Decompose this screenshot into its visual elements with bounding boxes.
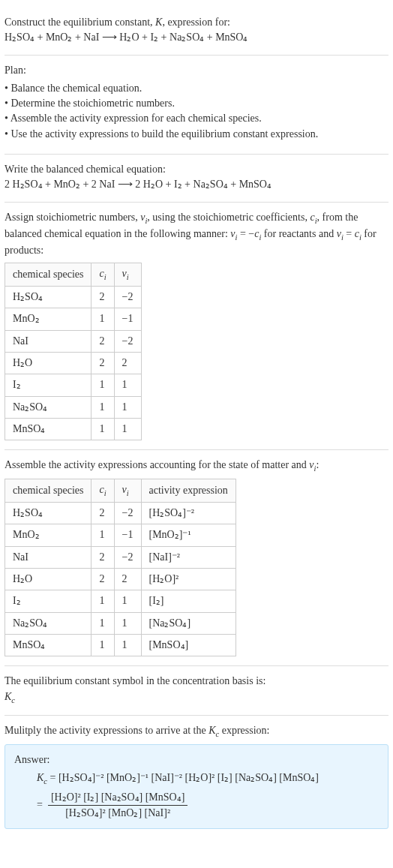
cell: 1 [114, 374, 141, 396]
cell: 2 [92, 569, 114, 590]
cell: −2 [114, 287, 141, 308]
cell: −2 [114, 330, 141, 352]
kc-symbol-section: The equilibrium constant symbol in the c… [4, 666, 388, 715]
cell: 1 [92, 396, 114, 418]
cell: [MnSO₄] [141, 634, 236, 656]
activity-intro: Assemble the activity expressions accoun… [4, 458, 388, 474]
table-row: Na₂SO₄11[Na₂SO₄] [5, 612, 236, 634]
cell: Na₂SO₄ [5, 396, 92, 418]
multiply-intro: Mulitply the activity expressions to arr… [4, 723, 388, 740]
cell: 2 [92, 546, 114, 568]
answer-fraction: [H₂O]² [I₂] [Na₂SO₄] [MnSO₄] [H₂SO₄]² [M… [48, 790, 188, 821]
activity-table: chemical species ci νi activity expressi… [4, 479, 236, 656]
stoich-section: Assign stoichiometric numbers, νi, using… [4, 203, 388, 450]
balanced-section: Write the balanced chemical equation: 2 … [4, 155, 388, 203]
cell: H₂O [5, 352, 92, 374]
cell: 1 [92, 418, 114, 440]
answer-line1-rhs: [H₂SO₄]⁻² [MnO₂]⁻¹ [NaI]⁻² [H₂O]² [I₂] [… [58, 772, 319, 783]
cell: 1 [92, 590, 114, 612]
cell: NaI [5, 546, 92, 568]
th-vi: νi [114, 479, 141, 503]
answer-line1: Kc = [H₂SO₄]⁻² [MnO₂]⁻¹ [NaI]⁻² [H₂O]² [… [37, 770, 379, 787]
cell: MnSO₄ [5, 634, 92, 656]
cell: 1 [92, 524, 114, 546]
cell: 2 [92, 503, 114, 524]
th-activity: activity expression [141, 479, 236, 503]
th-vi: νi [114, 263, 141, 287]
table-row: NaI2−2[NaI]⁻² [5, 546, 236, 568]
cell: H₂O [5, 569, 92, 590]
cell: 1 [92, 612, 114, 634]
cell: 2 [114, 352, 141, 374]
answer-box: Answer: Kc = [H₂SO₄]⁻² [MnO₂]⁻¹ [NaI]⁻² … [4, 744, 388, 830]
cell: [Na₂SO₄] [141, 612, 236, 634]
cell: [I₂] [141, 590, 236, 612]
plan-item: Use the activity expressions to build th… [4, 127, 388, 142]
cell: NaI [5, 330, 92, 352]
th-ci: ci [92, 263, 114, 287]
table-row: MnSO₄11 [5, 418, 142, 440]
cell: 1 [92, 308, 114, 330]
cell: 1 [114, 590, 141, 612]
cell: Na₂SO₄ [5, 612, 92, 634]
table-row: MnO₂1−1 [5, 308, 142, 330]
cell: −1 [114, 308, 141, 330]
answer-label: Answer: [14, 752, 379, 767]
cell: [H₂O]² [141, 569, 236, 590]
cell: 1 [114, 418, 141, 440]
balanced-title: Write the balanced chemical equation: [4, 162, 388, 177]
cell: MnSO₄ [5, 418, 92, 440]
plan-section: Plan: Balance the chemical equation. Det… [4, 56, 388, 155]
th-species: chemical species [5, 479, 92, 503]
plan-item: Determine the stoichiometric numbers. [4, 96, 388, 111]
kc-symbol: Kc [4, 689, 388, 706]
cell: 1 [114, 612, 141, 634]
table-row: MnSO₄11[MnSO₄] [5, 634, 236, 656]
plan-item: Assemble the activity expression for eac… [4, 111, 388, 126]
plan-title: Plan: [4, 63, 388, 78]
table-row: H₂O22[H₂O]² [5, 569, 236, 590]
cell: H₂SO₄ [5, 287, 92, 308]
cell: 1 [114, 396, 141, 418]
table-row: Na₂SO₄11 [5, 396, 142, 418]
cell: −2 [114, 503, 141, 524]
plan-item: Balance the chemical equation. [4, 81, 388, 96]
cell: I₂ [5, 374, 92, 396]
table-row: MnO₂1−1[MnO₂]⁻¹ [5, 524, 236, 546]
table-row: I₂11[I₂] [5, 590, 236, 612]
answer-frac-num: [H₂O]² [I₂] [Na₂SO₄] [MnSO₄] [48, 790, 188, 806]
table-row: H₂SO₄2−2[H₂SO₄]⁻² [5, 503, 236, 524]
cell: H₂SO₄ [5, 503, 92, 524]
multiply-section: Mulitply the activity expressions to arr… [4, 716, 388, 839]
answer-frac-den: [H₂SO₄]² [MnO₂] [NaI]² [48, 806, 188, 821]
table-row: NaI2−2 [5, 330, 142, 352]
cell: −2 [114, 546, 141, 568]
table-row: H₂SO₄2−2 [5, 287, 142, 308]
cell: MnO₂ [5, 524, 92, 546]
answer-line2: = [H₂O]² [I₂] [Na₂SO₄] [MnSO₄] [H₂SO₄]² … [37, 790, 379, 821]
intro-line: Construct the equilibrium constant, K, e… [4, 15, 388, 30]
cell: 2 [92, 352, 114, 374]
stoich-table: chemical species ci νi H₂SO₄2−2 MnO₂1−1 … [4, 263, 142, 440]
cell: [NaI]⁻² [141, 546, 236, 568]
kc-symbol-line: The equilibrium constant symbol in the c… [4, 674, 388, 689]
cell: 1 [92, 374, 114, 396]
cell: [MnO₂]⁻¹ [141, 524, 236, 546]
activity-section: Assemble the activity expressions accoun… [4, 450, 388, 666]
cell: I₂ [5, 590, 92, 612]
cell: 2 [92, 287, 114, 308]
stoich-intro: Assign stoichiometric numbers, νi, using… [4, 210, 388, 258]
cell: 2 [92, 330, 114, 352]
intro-equation: H₂SO₄ + MnO₂ + NaI ⟶ H₂O + I₂ + Na₂SO₄ +… [4, 30, 388, 45]
cell: −1 [114, 524, 141, 546]
cell: 1 [114, 634, 141, 656]
cell: 1 [92, 634, 114, 656]
balanced-equation: 2 H₂SO₄ + MnO₂ + 2 NaI ⟶ 2 H₂O + I₂ + Na… [4, 177, 388, 192]
table-row: I₂11 [5, 374, 142, 396]
table-row: H₂O22 [5, 352, 142, 374]
cell: [H₂SO₄]⁻² [141, 503, 236, 524]
th-ci: ci [92, 479, 114, 503]
intro-section: Construct the equilibrium constant, K, e… [4, 8, 388, 56]
th-species: chemical species [5, 263, 92, 287]
cell: MnO₂ [5, 308, 92, 330]
